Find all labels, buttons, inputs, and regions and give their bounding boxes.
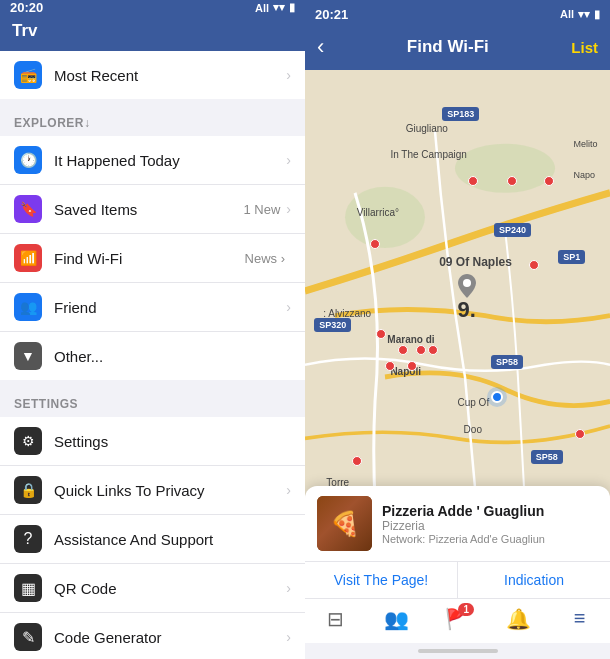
wifi-pin-11 [407, 361, 417, 371]
label-giugliano: Giugliano [406, 123, 448, 134]
popup-name: Pizzeria Adde ' Guagliun [382, 503, 598, 519]
location-marker [458, 274, 476, 302]
it-happened-item[interactable]: 🕐 It Happened Today › [0, 136, 305, 185]
label-doo: Doo [464, 424, 482, 435]
wifi-pin-9 [428, 345, 438, 355]
wifi-pin-2 [507, 176, 517, 186]
qr-code-label: QR Code [54, 580, 286, 597]
label-alvizzano: : Alvizzano [323, 308, 371, 319]
most-recent-section: 📻 Most Recent › [0, 51, 305, 99]
saved-items-label: Saved Items [54, 201, 243, 218]
code-gen-label: Code Generator [54, 629, 286, 646]
carrier-right: All [560, 8, 574, 20]
app-header-right: ‹ Find Wi-Fi List [305, 28, 610, 70]
most-recent-chevron: › [286, 67, 291, 83]
settings-item[interactable]: ⚙ Settings [0, 417, 305, 466]
assistance-label: Assistance And Support [54, 531, 291, 548]
status-bar-left: 20:20 All ▾▾ ▮ [0, 0, 305, 15]
nav-alerts-right[interactable]: 🔔 [488, 607, 549, 631]
find-wifi-label: Find Wi-Fi [54, 250, 245, 267]
quick-links-item[interactable]: 🔒 Quick Links To Privacy › [0, 466, 305, 515]
back-button[interactable]: ‹ [317, 34, 324, 60]
wifi-pin-8 [416, 345, 426, 355]
wifi-icon-right: ▾▾ [578, 8, 590, 21]
time-right: 20:21 [315, 7, 348, 22]
visit-page-button[interactable]: Visit The Page! [305, 562, 458, 598]
quick-links-chevron: › [286, 482, 291, 498]
wifi-icon-left: ▾▾ [273, 1, 285, 14]
indication-button[interactable]: Indication [458, 562, 610, 598]
status-icons-right: All ▾▾ ▮ [560, 8, 600, 21]
label-melito: Melito [573, 139, 597, 149]
road-badge-sp240: SP240 [494, 223, 531, 237]
quick-links-icon: 🔒 [14, 476, 42, 504]
wifi-pin-5 [529, 260, 539, 270]
other-label: Other... [54, 348, 291, 365]
wifi-pin-6 [376, 329, 386, 339]
popup-network: Network: Pizzeria Add'e Guagliun [382, 533, 598, 545]
nav-home-right[interactable]: ⊟ [305, 607, 366, 631]
saved-items-chevron: › [286, 201, 291, 217]
popup-type: Pizzeria [382, 519, 598, 533]
label-campaign: In The Campaign [390, 149, 467, 160]
other-item[interactable]: ▼ Other... [0, 332, 305, 380]
wifi-pin-4 [370, 239, 380, 249]
saved-items-icon: 🔖 [14, 195, 42, 223]
battery-icon-right: ▮ [594, 8, 600, 21]
saved-items-item[interactable]: 🔖 Saved Items 1 New › [0, 185, 305, 234]
svg-point-3 [463, 279, 471, 287]
wifi-pin-1 [468, 176, 478, 186]
other-icon: ▼ [14, 342, 42, 370]
explorer-section: 🕐 It Happened Today › 🔖 Saved Items 1 Ne… [0, 136, 305, 380]
bottom-nav-right: ⊟ 👥 🚩1 🔔 ≡ [305, 598, 610, 643]
label-09naples: 09 Of Naples [439, 255, 512, 269]
nav-notifications-right[interactable]: 🚩1 [427, 607, 488, 631]
time-left: 20:20 [10, 0, 43, 15]
label-marano: Marano di [387, 334, 434, 345]
popup-card: 🍕 Pizzeria Adde ' Guagliun Pizzeria Netw… [305, 486, 610, 598]
assistance-icon: ? [14, 525, 42, 553]
map-container[interactable]: SP183 SP240 SP1 SP320 SP58 SP58 Giuglian… [305, 70, 610, 598]
find-wifi-item[interactable]: 📶 Find Wi-Fi News › [0, 234, 305, 283]
qr-code-chevron: › [286, 580, 291, 596]
friend-label: Friend [54, 299, 286, 316]
quick-links-label: Quick Links To Privacy [54, 482, 286, 499]
explorer-header: EXPLORER↓ [0, 100, 305, 136]
right-panel: 20:21 All ▾▾ ▮ ‹ Find Wi-Fi List [305, 0, 610, 659]
road-badge-sp58a: SP58 [491, 355, 523, 369]
most-recent-label: Most Recent [54, 67, 286, 84]
road-badge-sp183: SP183 [442, 107, 479, 121]
label-villarrica: Villarrica° [357, 207, 399, 218]
it-happened-icon: 🕐 [14, 146, 42, 174]
code-gen-chevron: › [286, 629, 291, 645]
most-recent-item[interactable]: 📻 Most Recent › [0, 51, 305, 99]
friend-icon: 👥 [14, 293, 42, 321]
popup-content: 🍕 Pizzeria Adde ' Guagliun Pizzeria Netw… [305, 486, 610, 561]
app-header-left: Trv [0, 15, 305, 51]
wifi-pin-10 [385, 361, 395, 371]
settings-header: SETTINGS [0, 381, 305, 417]
find-wifi-badge: News › [245, 251, 285, 266]
road-badge-sp1: SP1 [558, 250, 585, 264]
status-icons-left: All ▾▾ ▮ [255, 1, 295, 14]
friend-item[interactable]: 👥 Friend › [0, 283, 305, 332]
wifi-pin-3 [544, 176, 554, 186]
code-gen-icon: ✎ [14, 623, 42, 651]
settings-icon: ⚙ [14, 427, 42, 455]
nav-menu-right[interactable]: ≡ [549, 607, 610, 631]
wifi-pin-12 [575, 429, 585, 439]
popup-thumbnail: 🍕 [317, 496, 372, 551]
assistance-item[interactable]: ? Assistance And Support [0, 515, 305, 564]
battery-icon-left: ▮ [289, 1, 295, 14]
settings-section: ⚙ Settings 🔒 Quick Links To Privacy › ? … [0, 417, 305, 659]
settings-label: Settings [54, 433, 291, 450]
wifi-pin-7 [398, 345, 408, 355]
qr-code-item[interactable]: ▦ QR Code › [0, 564, 305, 613]
status-bar-right: 20:21 All ▾▾ ▮ [305, 0, 610, 28]
label-napo: Napo [573, 170, 595, 180]
wifi-pin-13 [352, 456, 362, 466]
nav-friends-right[interactable]: 👥 [366, 607, 427, 631]
popup-info: Pizzeria Adde ' Guagliun Pizzeria Networ… [382, 503, 598, 545]
code-gen-item[interactable]: ✎ Code Generator › [0, 613, 305, 659]
list-button[interactable]: List [571, 39, 598, 56]
